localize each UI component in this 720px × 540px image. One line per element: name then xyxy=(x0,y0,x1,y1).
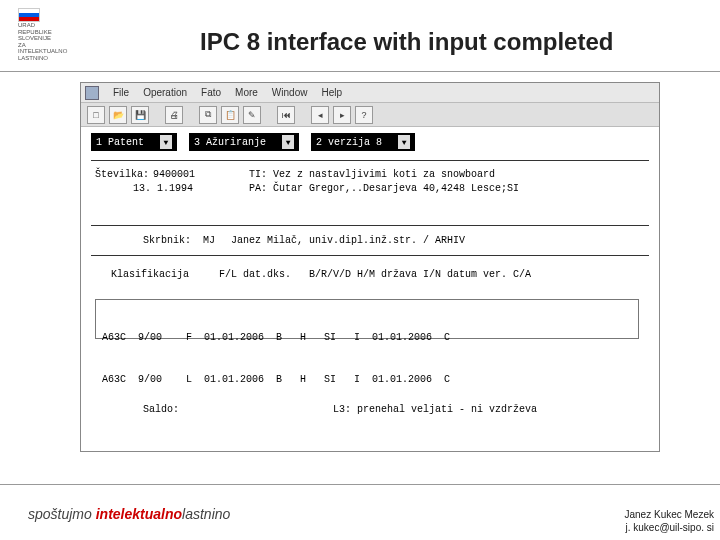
slide-footer: spoštujmo intelektualnolastnino Janez Ku… xyxy=(0,484,720,540)
menu-file[interactable]: File xyxy=(113,87,129,98)
footer-logo-mid: intelektualno xyxy=(96,506,182,522)
new-icon[interactable]: □ xyxy=(87,106,105,124)
klasifikacija-label: Klasifikacija xyxy=(111,269,189,280)
combo-version[interactable]: 2 verzija 8 ▼ xyxy=(311,133,415,151)
footer-author: Janez Kukec Mezek j. kukec@uil-sipo. si xyxy=(625,508,715,534)
combo-mode[interactable]: 3 Ažuriranje ▼ xyxy=(189,133,299,151)
menu-help[interactable]: Help xyxy=(321,87,342,98)
divider xyxy=(91,255,649,256)
classification-rows: A63C 9/00 F 01.01.2006 B H SI I 01.01.20… xyxy=(95,299,639,339)
gov-logo: URAD REPUBLIKE SLOVENIJE ZA INTELEKTUALN… xyxy=(18,8,88,48)
skrbnik-label: Skrbnik: xyxy=(143,235,191,246)
slide-header: URAD REPUBLIKE SLOVENIJE ZA INTELEKTUALN… xyxy=(0,0,720,72)
footer-logo-left: spoštujmo xyxy=(28,506,92,522)
ipc8-app-window: File Operation Fato More Window Help □ 📂… xyxy=(80,82,660,452)
chevron-down-icon[interactable]: ▼ xyxy=(160,135,172,149)
form-area: 1 Patent ▼ 3 Ažuriranje ▼ 2 verzija 8 ▼ … xyxy=(81,127,659,451)
table-row: A63C 9/00 L 01.01.2006 B H SI I 01.01.20… xyxy=(102,373,632,387)
divider xyxy=(91,160,649,161)
l3-label: L3: xyxy=(333,404,351,415)
author-email: j. kukec@uil-sipo. si xyxy=(625,521,715,534)
help-icon[interactable]: ? xyxy=(355,106,373,124)
pa-label: PA: xyxy=(249,183,267,194)
saldo-label: Saldo: xyxy=(143,404,179,415)
menu-fato[interactable]: Fato xyxy=(201,87,221,98)
stevilka-label: Številka: xyxy=(95,169,149,180)
combo-type-label: 1 Patent xyxy=(96,137,144,148)
slovenia-flag-icon xyxy=(18,8,40,22)
text-icon[interactable]: ✎ xyxy=(243,106,261,124)
copy-icon[interactable]: ⧉ xyxy=(199,106,217,124)
gov-logo-text: URAD REPUBLIKE SLOVENIJE ZA INTELEKTUALN… xyxy=(18,22,67,62)
chevron-down-icon[interactable]: ▼ xyxy=(282,135,294,149)
app-system-icon[interactable] xyxy=(85,86,99,100)
chevron-down-icon[interactable]: ▼ xyxy=(398,135,410,149)
l3-value: prenehal veljati - ni vzdrževa xyxy=(357,404,537,415)
open-icon[interactable]: 📂 xyxy=(109,106,127,124)
ti-value: Vez z nastavljivimi koti za snowboard xyxy=(273,169,495,180)
menubar: File Operation Fato More Window Help xyxy=(81,83,659,103)
print-icon[interactable]: 🖨 xyxy=(165,106,183,124)
table-row: A63C 9/00 F 01.01.2006 B H SI I 01.01.20… xyxy=(102,331,632,345)
combo-type[interactable]: 1 Patent ▼ xyxy=(91,133,177,151)
menu-window[interactable]: Window xyxy=(272,87,308,98)
klasifikacija-header: F/L dat.dks. B/R/V/D H/M država I/N datu… xyxy=(219,269,531,280)
divider xyxy=(91,225,649,226)
save-icon[interactable]: 💾 xyxy=(131,106,149,124)
pa-value: Čutar Gregor,..Desarjeva 40,4248 Lesce;S… xyxy=(273,183,519,194)
menu-operation[interactable]: Operation xyxy=(143,87,187,98)
page-title: IPC 8 interface with input completed xyxy=(200,28,613,56)
datum-value: 13. 1.1994 xyxy=(133,183,193,194)
footer-logo: spoštujmo intelektualnolastnino xyxy=(28,506,230,522)
nav-left-icon[interactable]: ◂ xyxy=(311,106,329,124)
combo-mode-label: 3 Ažuriranje xyxy=(194,137,266,148)
footer-logo-right: lastnino xyxy=(182,506,230,522)
paste-icon[interactable]: 📋 xyxy=(221,106,239,124)
stevilka-value: 9400001 xyxy=(153,169,195,180)
ti-label: TI: xyxy=(249,169,267,180)
skrbnik-code: MJ xyxy=(203,235,215,246)
author-name: Janez Kukec Mezek xyxy=(625,508,715,521)
combo-version-label: 2 verzija 8 xyxy=(316,137,382,148)
skrbnik-value: Janez Milač, univ.dipl.inž.str. / ARHIV xyxy=(231,235,465,246)
nav-right-icon[interactable]: ▸ xyxy=(333,106,351,124)
menu-more[interactable]: More xyxy=(235,87,258,98)
nav-first-icon[interactable]: ⏮ xyxy=(277,106,295,124)
toolbar: □ 📂 💾 🖨 ⧉ 📋 ✎ ⏮ ◂ ▸ ? xyxy=(81,103,659,127)
